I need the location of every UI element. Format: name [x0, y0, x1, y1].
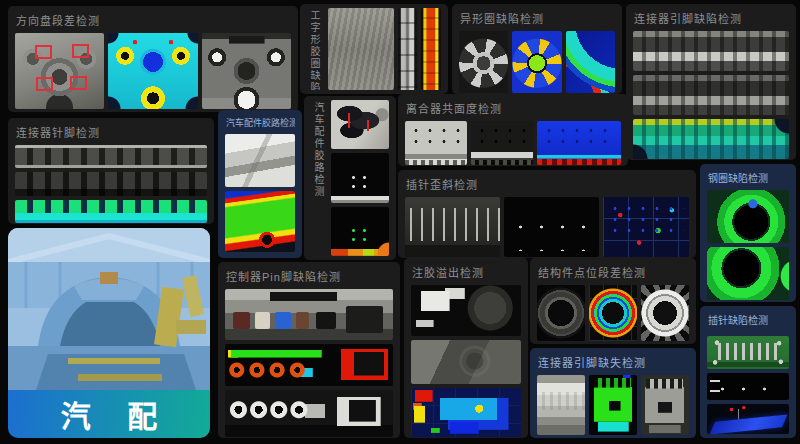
- dot-pattern-dark: [331, 153, 389, 202]
- connector-gray-render: [641, 375, 689, 435]
- panel-title: 注胶溢出检测: [412, 264, 521, 280]
- connector-socket: [275, 312, 290, 329]
- steering-wheel-photo: [15, 33, 104, 109]
- panel-clutch-coplanarity: 离合器共面度检测: [398, 94, 628, 166]
- panel-title: 控制器Pin脚缺陷检测: [226, 268, 393, 284]
- connector-socket: [255, 312, 270, 329]
- thumb-stack: [331, 100, 389, 256]
- pins-photo: [405, 197, 500, 257]
- panel-title: 汽车配件胶路检测: [226, 116, 295, 129]
- clutch-strip-heatmap: [537, 121, 621, 165]
- defect-marker-box: [36, 77, 53, 91]
- thumb-stack: [225, 134, 295, 252]
- round-part-photo: [331, 100, 389, 149]
- thumb-stack: [707, 190, 789, 300]
- thumb-stack: [225, 289, 393, 437]
- dot-grid: [348, 173, 374, 188]
- ring-heatmap-green: [707, 190, 789, 243]
- controller-heatmap: [225, 344, 393, 386]
- panel-connector-lead-missing: 连接器引脚缺失检测: [530, 348, 696, 438]
- rubber-surface-photo: [328, 8, 394, 90]
- pcb-pins-photo: [707, 336, 789, 369]
- thumb-stack: [15, 145, 207, 223]
- dot-grid: [608, 203, 684, 236]
- panel-title: 连接器引脚缺陷检测: [634, 10, 789, 26]
- brand-caption-text: 汽 配: [61, 392, 171, 436]
- dot-grid: [409, 125, 464, 149]
- thumb-row: [15, 33, 291, 109]
- panel-title: 方向盘段差检测: [16, 12, 291, 28]
- panel-title: 连接器引脚缺失检测: [538, 354, 689, 370]
- dot-grid: [475, 125, 530, 149]
- panel-controller-pin-defect: 控制器Pin脚缺陷检测: [218, 262, 400, 438]
- factory-assembly-line-photo: [8, 228, 210, 390]
- curved-part-heatmap: [566, 31, 615, 93]
- ring-color-heatmap: [589, 285, 637, 341]
- ring-dark-photo: [537, 285, 585, 341]
- clutch-strip-dark: [471, 121, 533, 165]
- brand-caption-band: 汽 配: [8, 390, 210, 438]
- pin-dot-rows: [707, 373, 789, 400]
- dot-grid: [712, 377, 784, 397]
- thumb-stack: [411, 285, 521, 437]
- part-edge-photo: [225, 134, 295, 187]
- gear-hub-gray: [459, 31, 508, 93]
- panel-title: 插针歪斜检测: [406, 176, 689, 192]
- connector-heatmap: [633, 119, 789, 159]
- connector-strip-heatmap: [15, 200, 207, 223]
- connector-photo-dark: [633, 75, 789, 115]
- steering-wheel-heatmap: [108, 33, 197, 109]
- part-segmentation-heatmap: [411, 388, 521, 437]
- part-gray-photo: [411, 340, 521, 384]
- connector-socket: [346, 306, 383, 332]
- panel-pin-defect: 插针缺陷检测: [700, 306, 796, 438]
- strip-heatmap: [421, 8, 441, 90]
- panel-title: 连接器针脚检测: [16, 124, 207, 140]
- controller-threshold-image: [225, 390, 393, 437]
- thumb-row: [405, 121, 621, 165]
- panel-title-vertical: 汽车配件胶路检测: [311, 102, 326, 256]
- controller-board-photo: [225, 289, 393, 340]
- defect-marker-box: [72, 44, 89, 58]
- gear-ring-gray: [641, 285, 689, 341]
- connector-green-heatmap: [589, 375, 637, 435]
- panel-glue-path-a: 汽车配件胶路检测: [218, 110, 302, 258]
- auto-parts-inspection-collage: 方向盘段差检测 工字形胶圈缺陷检测 异形圈缺陷检测 连接器引脚缺陷检测: [0, 0, 800, 444]
- panel-title: 异形圈缺陷检测: [460, 10, 615, 26]
- defect-marker-box: [70, 76, 87, 90]
- panel-title: 离合器共面度检测: [406, 100, 621, 116]
- connector-photo: [633, 31, 789, 71]
- brand-card: 汽 配: [8, 228, 210, 438]
- connector-strip-dark: [15, 172, 207, 195]
- pointcloud-plane: [709, 415, 787, 434]
- panel-connector-pin-check: 连接器针脚检测: [8, 118, 214, 224]
- dot-grid: [510, 215, 594, 251]
- shaft-strip-photo: [398, 8, 416, 90]
- thumb-stack: 插针缺陷检测: [707, 310, 789, 434]
- panel-structural-point-step: 结构件点位段差检测: [530, 258, 696, 344]
- part-threshold-image: [411, 285, 521, 336]
- glue-trace-marker: [348, 113, 350, 128]
- panel-steering-step: 方向盘段差检测: [8, 6, 298, 112]
- connector-strip-photo: [15, 145, 207, 168]
- ring-heatmap-green-alt: [707, 247, 789, 300]
- defect-marker-box: [35, 45, 52, 59]
- steering-wheel-gray-render: [202, 33, 291, 109]
- panel-steel-ring-defect: 钢圈缺陷检测: [700, 164, 796, 302]
- dot-pattern-heatmap: [331, 207, 389, 256]
- panel-connector-lead-defect: 连接器引脚缺陷检测: [626, 4, 796, 160]
- panel-title: 插针缺陷检测: [708, 312, 789, 327]
- glue-trace-marker: [367, 120, 369, 131]
- thumb-row: [459, 31, 615, 93]
- connector-socket: [296, 312, 309, 329]
- panel-glue-overflow: 注胶溢出检测: [404, 258, 528, 438]
- thumb-row: [405, 197, 689, 257]
- panel-title-vertical: 工字形胶圈缺陷检测: [307, 10, 322, 90]
- panel-pin-skew: 插针歪斜检测: [398, 170, 696, 258]
- panel-shaped-ring: 异形圈缺陷检测: [452, 4, 622, 94]
- panel-glue-path-b: 汽车配件胶路检测: [304, 96, 396, 260]
- thumb-row: [537, 375, 689, 435]
- pin-tips-dark: [504, 197, 599, 257]
- connector-socket: [233, 312, 250, 329]
- panel-title: 结构件点位段差检测: [538, 264, 689, 280]
